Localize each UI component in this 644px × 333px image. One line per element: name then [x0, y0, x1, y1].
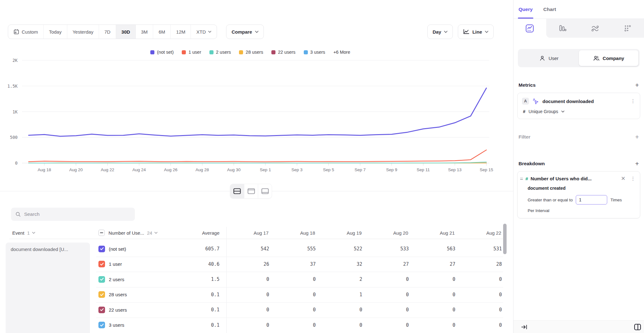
- chart-type-line-tab[interactable]: [514, 19, 546, 38]
- series-line-2-users[interactable]: [29, 162, 486, 163]
- series-label-cell[interactable]: 28 users: [96, 291, 175, 298]
- tab-chart[interactable]: Chart: [543, 0, 556, 19]
- layout-split-button[interactable]: [230, 184, 244, 198]
- metric-card[interactable]: A document downloaded ⋮ # Unique Groups: [517, 93, 640, 119]
- close-icon[interactable]: ✕: [621, 176, 625, 181]
- condition-label[interactable]: Greater than or equal to: [528, 198, 573, 202]
- table-header-divider: [9, 239, 503, 239]
- legend-item[interactable]: 3 users: [304, 50, 325, 55]
- breakdown-event-name[interactable]: document created: [528, 186, 636, 191]
- drag-handle-icon[interactable]: [520, 178, 523, 180]
- legend-swatch: [150, 50, 154, 54]
- range-xtd[interactable]: XTD: [191, 25, 217, 39]
- legend-item[interactable]: 2 users: [209, 50, 231, 55]
- metrics-section-header: Metrics +: [514, 82, 644, 88]
- granularity-button[interactable]: Day: [427, 25, 453, 39]
- legend-item[interactable]: (not set): [150, 50, 174, 55]
- y-axis-label: 0: [15, 161, 18, 166]
- layout-top-button[interactable]: [244, 184, 258, 198]
- check-icon: [100, 278, 104, 281]
- search-box: [11, 208, 135, 221]
- legend-more-button[interactable]: +6 More: [333, 50, 350, 55]
- data-value-cell: 0: [366, 322, 413, 328]
- per-interval-label[interactable]: Per Interval: [528, 208, 636, 213]
- average-value: 0.1: [175, 292, 226, 298]
- range-12m[interactable]: 12M: [170, 25, 191, 39]
- event-column-header[interactable]: Event1: [0, 230, 96, 236]
- app-root: CustomTodayYesterday7D30D3M6M12MXTD Comp…: [0, 0, 644, 333]
- add-filter-button[interactable]: +: [635, 134, 639, 140]
- layout-bottom-button[interactable]: [258, 184, 272, 198]
- data-value-cell: 0: [273, 307, 319, 313]
- chart-type-bar-tab[interactable]: [546, 19, 579, 38]
- series-label-cell[interactable]: 2 users: [96, 276, 175, 283]
- compare-label: Compare: [231, 29, 252, 35]
- average-column-header: Average: [175, 230, 226, 236]
- collapse-panel-icon[interactable]: [521, 324, 528, 330]
- series-label-cell[interactable]: (not set): [96, 246, 175, 252]
- range-3m[interactable]: 3M: [136, 25, 153, 39]
- series-checkbox[interactable]: [98, 322, 105, 328]
- series-label-cell[interactable]: 22 users: [96, 307, 175, 313]
- legend-item[interactable]: 1 user: [182, 50, 201, 55]
- scope-user-label: User: [548, 56, 558, 61]
- legend-swatch: [209, 50, 214, 54]
- metric-kebab-icon[interactable]: ⋮: [630, 99, 636, 104]
- x-axis-label: Sep 3: [291, 167, 303, 172]
- range-7d[interactable]: 7D: [99, 25, 116, 39]
- data-value-cell: 0: [366, 292, 413, 298]
- series-line--not-set-[interactable]: [29, 88, 486, 136]
- breakdown-title: Breakdown: [519, 161, 545, 166]
- data-value-cell: 0: [413, 276, 459, 282]
- range-6m[interactable]: 6M: [153, 25, 170, 39]
- range-30d[interactable]: 30D: [116, 25, 136, 39]
- check-icon: [100, 247, 104, 250]
- series-column-header[interactable]: Number of Use...24: [96, 230, 175, 236]
- data-value-cell: 0: [226, 307, 273, 313]
- split-view-icon[interactable]: [634, 323, 641, 331]
- select-all-checkbox[interactable]: [98, 230, 105, 236]
- x-axis-label: Aug 28: [196, 167, 209, 172]
- breakdown-kebab-icon[interactable]: ⋮: [630, 176, 636, 181]
- scope-option-company[interactable]: Company: [579, 50, 639, 66]
- chart-type-button[interactable]: Line: [458, 25, 494, 39]
- series-checkbox[interactable]: [98, 307, 105, 313]
- tab-query[interactable]: Query: [519, 0, 533, 19]
- compare-button[interactable]: Compare: [226, 25, 264, 39]
- series-checkbox[interactable]: [98, 246, 105, 252]
- search-icon: [15, 211, 21, 217]
- add-metric-button[interactable]: +: [635, 82, 639, 88]
- table-scrollbar[interactable]: [503, 224, 507, 254]
- filter-section-header: Filter +: [514, 134, 644, 140]
- data-value-cell: 27: [413, 261, 459, 267]
- series-checkbox[interactable]: [98, 291, 105, 298]
- event-header-label: Event: [12, 230, 24, 236]
- add-breakdown-button[interactable]: +: [635, 160, 639, 167]
- range-yesterday[interactable]: Yesterday: [67, 25, 99, 39]
- legend-item[interactable]: 22 users: [271, 50, 296, 55]
- series-line-1-user[interactable]: [29, 150, 486, 162]
- row-divider: [96, 318, 503, 318]
- legend-swatch: [304, 50, 308, 54]
- measure-dropdown[interactable]: Unique Groups: [529, 109, 558, 114]
- legend-item[interactable]: 28 users: [239, 50, 263, 55]
- condition-value-input[interactable]: [576, 195, 607, 205]
- x-axis-label: Aug 22: [101, 167, 114, 172]
- series-checkbox[interactable]: [98, 276, 105, 283]
- series-label-cell[interactable]: 1 user: [96, 261, 175, 267]
- chart-type-more-tab[interactable]: [611, 19, 644, 38]
- date-column-header: Aug 17: [226, 230, 273, 236]
- metric-event-name[interactable]: document downloaded: [542, 99, 627, 104]
- series-label-cell[interactable]: 3 users: [96, 322, 175, 328]
- bar-chart-icon: [558, 24, 567, 32]
- search-input[interactable]: [24, 211, 130, 217]
- chart-type-flow-tab[interactable]: [579, 19, 612, 38]
- series-checkbox[interactable]: [98, 261, 105, 267]
- range-custom[interactable]: Custom: [8, 25, 43, 39]
- data-value-cell: 32: [319, 261, 366, 267]
- range-today[interactable]: Today: [43, 25, 67, 39]
- results-table: Event1Number of Use...24AverageAug 17Aug…: [0, 227, 503, 333]
- event-name-cell[interactable]: document downloaded [U...: [6, 243, 90, 333]
- company-group-icon: [593, 55, 600, 61]
- scope-option-user[interactable]: User: [519, 50, 579, 66]
